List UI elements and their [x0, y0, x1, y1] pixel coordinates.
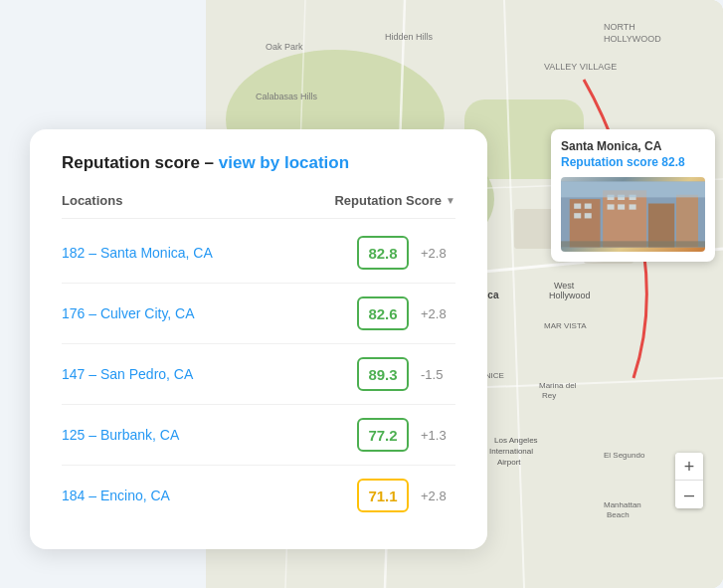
popup-score-label: Reputation score [561, 155, 658, 169]
zoom-controls: + – [675, 453, 703, 508]
score-change: +2.8 [421, 306, 455, 321]
table-row[interactable]: 147 – San Pedro, CA 89.3 -1.5 [62, 344, 455, 405]
svg-text:Beach: Beach [607, 510, 630, 519]
svg-rect-55 [618, 204, 625, 209]
svg-text:Hollywood: Hollywood [549, 291, 591, 300]
score-change: -1.5 [421, 367, 455, 382]
view-by-location-link[interactable]: view by location [219, 153, 349, 172]
svg-text:Rey: Rey [542, 391, 556, 400]
svg-text:MAR VISTA: MAR VISTA [544, 321, 587, 330]
svg-text:HOLLYWOOD: HOLLYWOOD [604, 34, 661, 44]
svg-text:VALLEY VILLAGE: VALLEY VILLAGE [544, 62, 617, 72]
svg-text:Airport: Airport [497, 458, 521, 467]
svg-rect-49 [574, 213, 581, 218]
location-name[interactable]: 184 – Encino, CA [62, 488, 261, 503]
col-score-header: Reputation Score ▼ [334, 193, 455, 208]
svg-text:Los Angeles: Los Angeles [494, 436, 538, 445]
score-badge: 89.3 [357, 357, 409, 391]
svg-rect-50 [585, 213, 592, 218]
svg-text:Oak Park: Oak Park [266, 42, 303, 52]
svg-rect-48 [585, 204, 592, 209]
score-change: +1.3 [421, 428, 455, 443]
sort-icon[interactable]: ▼ [446, 195, 455, 206]
main-card: Reputation score – view by location Loca… [30, 129, 487, 549]
svg-text:Hidden Hills: Hidden Hills [385, 32, 434, 42]
score-badge: 82.8 [357, 236, 409, 270]
svg-rect-45 [648, 204, 674, 248]
table-row[interactable]: 176 – Culver City, CA 82.6 +2.8 [62, 284, 455, 344]
score-section: 89.3 -1.5 [357, 357, 455, 391]
svg-text:Calabasas Hills: Calabasas Hills [256, 92, 318, 101]
location-name[interactable]: 147 – San Pedro, CA [62, 366, 261, 382]
table-row[interactable]: 125 – Burbank, CA 77.2 +1.3 [62, 405, 455, 466]
svg-text:International: International [489, 447, 533, 456]
location-name[interactable]: 176 – Culver City, CA [62, 305, 261, 321]
svg-text:Marina del: Marina del [539, 381, 577, 390]
table-row[interactable]: 182 – Santa Monica, CA 82.8 +2.8 [62, 223, 455, 284]
col-locations-header: Locations [62, 193, 241, 208]
svg-rect-57 [561, 182, 705, 198]
popup-score-value: 82.8 [661, 155, 684, 169]
score-badge: 77.2 [357, 418, 409, 452]
location-name[interactable]: 125 – Burbank, CA [62, 427, 261, 443]
svg-text:El Segundo: El Segundo [604, 451, 645, 460]
popup-score-line: Reputation score 82.8 [561, 155, 705, 169]
svg-text:West: West [554, 281, 575, 291]
popup-image [561, 177, 705, 252]
table-row[interactable]: 184 – Encino, CA 71.1 +2.8 [62, 466, 455, 525]
location-name[interactable]: 182 – Santa Monica, CA [62, 245, 261, 261]
score-change: +2.8 [421, 246, 455, 261]
score-section: 82.8 +2.8 [357, 236, 455, 270]
card-title: Reputation score – view by location [62, 153, 455, 173]
score-section: 82.6 +2.8 [357, 296, 455, 330]
zoom-in-button[interactable]: + [675, 453, 703, 481]
svg-text:Manhattan: Manhattan [604, 500, 641, 509]
table-body: 182 – Santa Monica, CA 82.8 +2.8 176 – C… [62, 223, 455, 525]
svg-rect-54 [608, 204, 615, 209]
score-section: 71.1 +2.8 [357, 479, 455, 512]
svg-rect-58 [561, 241, 705, 247]
score-change: +2.8 [421, 489, 455, 503]
popup-title: Santa Monica, CA [561, 139, 705, 153]
zoom-out-button[interactable]: – [675, 481, 703, 508]
map-popup: Santa Monica, CA Reputation score 82.8 [551, 129, 715, 262]
table-header: Locations Reputation Score ▼ [62, 193, 455, 219]
score-section: 77.2 +1.3 [357, 418, 455, 452]
svg-rect-56 [630, 204, 636, 209]
score-badge: 82.6 [357, 296, 409, 330]
svg-rect-47 [574, 204, 581, 209]
score-badge: 71.1 [357, 479, 409, 512]
svg-text:NORTH: NORTH [604, 22, 635, 32]
svg-rect-46 [676, 195, 698, 248]
